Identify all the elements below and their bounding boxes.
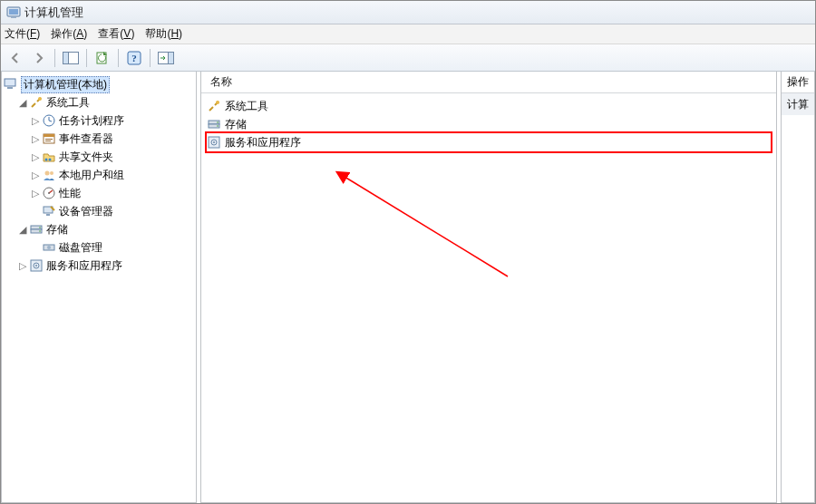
actions-header: 操作 [782,72,814,93]
show-hide-action-pane-button[interactable] [155,47,177,69]
console-tree[interactable]: 计算机管理(本地) ◢ 系统工具 ▷ 任务计划程序 ▷ [2,72,196,278]
toolbar-separator [150,49,151,67]
toolbar-separator [54,49,55,67]
list-pane: 名称 系统工具 存储 服务和应用程序 [200,72,777,503]
tree-event-viewer[interactable]: ▷ 事件查看器 [4,130,194,148]
tree-root-label: 计算机管理(本地) [21,76,110,93]
tree-system-tools[interactable]: ◢ 系统工具 [4,93,194,111]
svg-rect-2 [9,9,18,15]
tree-root[interactable]: 计算机管理(本地) [4,75,194,93]
list-body[interactable]: 系统工具 存储 服务和应用程序 [201,93,776,155]
performance-icon [42,186,56,200]
menu-file[interactable]: 文件(F) [5,26,40,42]
svg-point-18 [45,159,48,161]
storage-icon [29,222,44,237]
list-item-label: 服务和应用程序 [225,135,301,150]
menu-action[interactable]: 操作(A) [51,26,87,42]
svg-point-38 [217,121,219,123]
tree-services-apps[interactable]: ▷ 服务和应用程序 [4,257,194,275]
device-manager-icon [42,204,56,218]
expand-icon[interactable]: ▷ [29,133,42,145]
list-header-name[interactable]: 名称 [201,72,776,93]
tree-shared-folders[interactable]: ▷ 共享文件夹 [4,148,194,166]
users-icon [42,168,56,182]
svg-point-34 [35,265,37,267]
computer-icon [4,77,18,92]
help-button[interactable]: ? [123,47,145,69]
tree-storage[interactable]: ◢ 存储 [4,220,194,238]
disk-icon [42,240,56,255]
svg-point-12 [38,97,42,101]
svg-rect-9 [169,52,174,63]
expand-icon[interactable]: ▷ [29,151,42,163]
svg-point-42 [213,141,215,143]
nav-forward-button[interactable] [28,47,50,69]
tree-disk-management[interactable]: 磁盘管理 [4,238,194,257]
tools-icon [29,95,44,110]
expand-icon[interactable]: ▷ [29,170,42,181]
list-item-label: 系统工具 [225,99,268,114]
svg-point-28 [39,227,41,228]
column-name-label: 名称 [210,74,232,90]
list-item-system-tools[interactable]: 系统工具 [207,97,771,115]
tree-label: 共享文件夹 [59,150,113,165]
actions-item[interactable]: 计算 [782,93,814,115]
svg-point-23 [48,192,50,194]
event-viewer-icon [42,131,56,146]
tree-local-users-groups[interactable]: ▷ 本地用户和组 [4,166,194,184]
collapse-icon[interactable]: ◢ [16,97,29,109]
actions-pane: 操作 计算 [781,72,815,503]
clock-icon [42,113,56,128]
tree-label: 本地用户和组 [59,168,124,183]
tree-label: 服务和应用程序 [46,258,122,274]
tools-icon [207,99,221,113]
app-icon [6,5,21,20]
list-item-label: 存储 [225,117,247,132]
svg-rect-15 [44,134,54,137]
svg-text:?: ? [131,53,137,63]
tree-performance[interactable]: ▷ 性能 [4,184,194,202]
toolbar: ? [1,44,815,72]
main-area: 计算机管理(本地) ◢ 系统工具 ▷ 任务计划程序 ▷ [1,72,815,503]
actions-item-label: 计算 [787,97,809,112]
menu-help[interactable]: 帮助(H) [145,26,182,42]
actions-header-label: 操作 [787,74,809,90]
svg-rect-1 [11,16,16,18]
tree-label: 设备管理器 [59,204,113,219]
svg-point-19 [49,159,52,161]
services-icon [29,258,44,273]
menu-view[interactable]: 查看(V) [98,26,134,42]
services-icon [207,135,221,150]
refresh-button[interactable] [92,47,113,69]
svg-point-39 [217,125,219,127]
svg-rect-25 [46,214,50,216]
tree-pane: 计算机管理(本地) ◢ 系统工具 ▷ 任务计划程序 ▷ [1,72,197,503]
shared-folder-icon [42,150,56,164]
tree-label: 事件查看器 [59,131,113,147]
tree-device-manager[interactable]: 设备管理器 [4,202,194,220]
svg-point-35 [216,101,219,104]
menu-bar: 文件(F) 操作(A) 查看(V) 帮助(H) [1,24,815,44]
svg-rect-4 [63,52,69,63]
list-item-services-apps[interactable]: 服务和应用程序 [207,133,771,151]
tree-task-scheduler[interactable]: ▷ 任务计划程序 [4,111,194,130]
expand-icon[interactable]: ▷ [16,260,29,272]
svg-rect-10 [5,79,15,86]
show-hide-tree-button[interactable] [60,47,82,69]
tree-label: 任务计划程序 [59,113,124,129]
expand-icon[interactable]: ▷ [29,188,42,199]
tree-label: 系统工具 [46,95,90,111]
nav-back-button[interactable] [5,47,26,69]
svg-rect-16 [45,139,53,140]
toolbar-separator [118,49,119,67]
svg-point-20 [45,171,50,176]
list-item-storage[interactable]: 存储 [207,115,771,133]
collapse-icon[interactable]: ◢ [16,224,29,236]
tree-label: 性能 [59,186,81,201]
expand-icon[interactable]: ▷ [29,115,42,127]
tree-label: 磁盘管理 [59,240,102,256]
svg-point-31 [47,246,51,249]
window-title: 计算机管理 [24,5,83,21]
tree-label: 存储 [46,222,68,237]
window-titlebar: 计算机管理 [1,1,815,24]
